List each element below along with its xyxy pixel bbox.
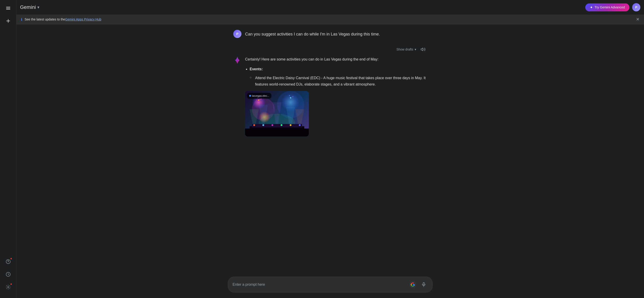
show-drafts-button[interactable]: Show drafts ▾ — [396, 48, 416, 51]
message-container: P Can you suggest activities I can do wh… — [228, 30, 432, 136]
svg-rect-0 — [6, 7, 10, 7]
svg-rect-1 — [6, 8, 10, 8]
svg-point-27 — [272, 124, 273, 126]
activity-button[interactable] — [3, 269, 14, 280]
chevron-down-icon: ▾ — [414, 48, 416, 51]
svg-point-25 — [253, 124, 255, 126]
gemini-avatar — [233, 56, 242, 64]
sidebar-bottom — [3, 256, 14, 295]
sidebar — [0, 0, 16, 298]
svg-point-28 — [280, 124, 282, 126]
volume-button[interactable] — [419, 45, 427, 54]
svg-point-6 — [8, 286, 9, 288]
avatar-letter: P — [635, 6, 637, 9]
events-header: Events: — [250, 66, 427, 72]
menu-button[interactable] — [3, 3, 14, 14]
svg-point-18 — [258, 100, 260, 101]
ai-sublist: Attend the Electric Daisy Carnival (EDC)… — [250, 75, 427, 87]
notification-banner: ℹ See the latest updates to the Gemini A… — [16, 14, 644, 24]
google-g-icon — [410, 282, 416, 288]
input-area — [16, 273, 644, 298]
svg-rect-2 — [6, 9, 10, 10]
main-container: Gemini ▾ ✦ Try Gemini Advanced P ℹ See t… — [16, 0, 644, 298]
microphone-button[interactable] — [420, 280, 428, 289]
chevron-down-icon: ▾ — [37, 5, 39, 10]
header: Gemini ▾ ✦ Try Gemini Advanced P — [16, 0, 644, 14]
source-dot — [249, 95, 251, 97]
ai-message: Certainly! Here are some activities you … — [233, 56, 427, 136]
try-advanced-button[interactable]: ✦ Try Gemini Advanced — [585, 4, 630, 11]
notification-dot — [10, 258, 12, 260]
svg-point-24 — [292, 96, 293, 97]
show-drafts-label: Show drafts — [396, 48, 413, 51]
banner-link[interactable]: Gemini Apps Privacy Hub — [65, 18, 101, 21]
list-item: Attend the Electric Daisy Carnival (EDC)… — [250, 75, 427, 87]
user-avatar: P — [233, 30, 242, 38]
svg-rect-31 — [423, 282, 424, 285]
user-message-text: Can you suggest activities I can do whil… — [245, 30, 380, 37]
help-button[interactable] — [3, 256, 14, 267]
user-avatar-letter: P — [236, 32, 238, 36]
prompt-input[interactable] — [232, 282, 406, 287]
try-advanced-label: Try Gemini Advanced — [594, 6, 625, 9]
image-source-text: lasvegas.elec... — [252, 94, 269, 98]
image-source-badge: lasvegas.elec... — [247, 93, 272, 99]
svg-point-22 — [290, 97, 291, 98]
new-chat-button[interactable] — [3, 16, 14, 26]
response-controls: Show drafts ▾ — [233, 45, 427, 54]
banner-text-prefix: See the latest updates to the — [24, 18, 65, 21]
ai-events-section: Events: Attend the Electric Daisy Carniv… — [245, 66, 427, 87]
svg-point-29 — [290, 124, 292, 126]
avatar[interactable]: P — [632, 3, 640, 11]
svg-point-30 — [299, 124, 300, 126]
event-description: Attend the Electric Daisy Carnival (EDC)… — [255, 76, 426, 86]
notification-dot-settings — [10, 283, 12, 285]
user-message: P Can you suggest activities I can do wh… — [233, 30, 427, 38]
google-search-button[interactable] — [409, 280, 417, 289]
svg-rect-17 — [245, 128, 309, 136]
svg-point-26 — [262, 124, 264, 126]
info-icon: ℹ — [21, 17, 22, 22]
input-box — [228, 276, 432, 292]
svg-rect-16 — [252, 124, 302, 128]
svg-point-4 — [8, 262, 8, 263]
header-right: ✦ Try Gemini Advanced P — [585, 3, 640, 11]
chat-area: P Can you suggest activities I can do wh… — [16, 24, 644, 273]
settings-button[interactable] — [3, 282, 14, 292]
header-title[interactable]: Gemini ▾ — [20, 4, 39, 10]
ai-intro-text: Certainly! Here are some activities you … — [245, 56, 427, 62]
sparkle-icon: ✦ — [590, 5, 593, 10]
app-title: Gemini — [20, 4, 36, 10]
ai-message-content: Certainly! Here are some activities you … — [245, 56, 427, 136]
svg-point-23 — [289, 95, 290, 96]
close-icon[interactable]: ✕ — [636, 17, 640, 22]
festival-image-card[interactable]: lasvegas.elec... — [245, 91, 309, 136]
